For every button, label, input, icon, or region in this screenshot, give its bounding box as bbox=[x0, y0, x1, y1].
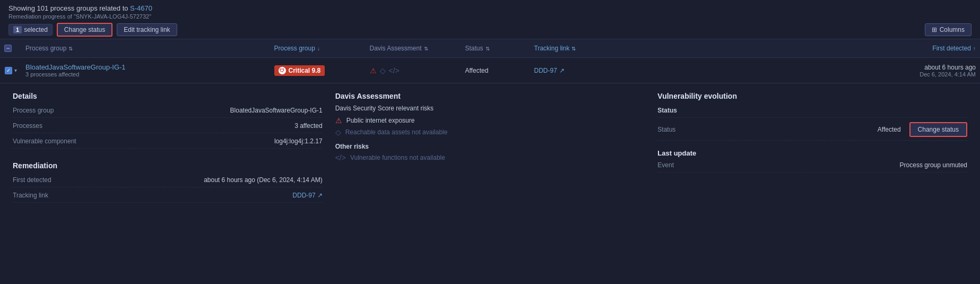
process-group-detail-label: Process group bbox=[13, 107, 98, 114]
first-detected-sort-icon: ↑ bbox=[973, 46, 976, 51]
processes-detail-value: 3 affected bbox=[98, 122, 323, 130]
col-spacer bbox=[636, 46, 885, 50]
davis-score-risks-label: Davis Security Score relevant risks bbox=[335, 105, 645, 112]
col-tracking-link[interactable]: Tracking link ⇅ bbox=[530, 42, 636, 54]
spacer-cell bbox=[636, 68, 885, 73]
columns-icon: ⊞ bbox=[932, 26, 937, 33]
tracking-link[interactable]: DDD-97 ↗ bbox=[534, 67, 632, 74]
event-label: Event bbox=[657, 161, 710, 169]
process-group-detail-row: Process group BloatedJavaSoftwareGroup-I… bbox=[13, 107, 323, 118]
col-davis-score[interactable]: Process group ↓ bbox=[270, 42, 366, 54]
col-status[interactable]: Status ⇅ bbox=[461, 42, 530, 54]
davis-assessment-section: Davis Assessment Davis Security Score re… bbox=[335, 92, 645, 207]
details-panel: Details Process group BloatedJavaSoftwar… bbox=[0, 83, 980, 216]
first-detected-cell: about 6 hours ago Dec 6, 2024, 4:14 AM bbox=[884, 62, 980, 80]
critical-badge: 🛡 Critical 9.8 bbox=[274, 65, 325, 76]
score-label: Critical 9.8 bbox=[289, 67, 321, 74]
page-title: Showing 101 process groups related to S-… bbox=[8, 4, 972, 12]
title-link[interactable]: S-4670 bbox=[130, 4, 152, 12]
remediation-tracking-link[interactable]: DDD-97 ↗ bbox=[292, 192, 322, 199]
davis-assessment-sort-icon: ⇅ bbox=[424, 46, 428, 51]
first-detected-date: Dec 6, 2024, 4:14 AM bbox=[889, 71, 976, 78]
row-select[interactable]: ✓ ▾ bbox=[0, 65, 21, 76]
columns-button[interactable]: ⊞ Columns bbox=[925, 23, 972, 36]
status-cell: Affected bbox=[461, 65, 530, 76]
process-group-sort-icon: ⇅ bbox=[68, 46, 73, 51]
col-checkbox[interactable]: − bbox=[0, 42, 21, 54]
selected-badge: 1 selected bbox=[8, 24, 53, 36]
toolbar: 1 selected Change status Edit tracking l… bbox=[8, 23, 972, 37]
assessment-icons: ⚠ ◇ </> bbox=[370, 66, 457, 75]
code-icon: </> bbox=[335, 153, 346, 162]
reachable-data-label: Reachable data assets not available bbox=[345, 128, 448, 136]
first-detected-ago: about 6 hours ago bbox=[889, 64, 976, 71]
page-subtitle: Remediation progress of "SNYK-JAVA-LOG4J… bbox=[8, 13, 972, 20]
status-value-row: Status Affected Change status bbox=[657, 122, 967, 141]
col-davis-assessment-label: Davis Assessment bbox=[370, 45, 422, 52]
columns-label: Columns bbox=[940, 26, 965, 33]
process-count: 3 processes affected bbox=[25, 71, 266, 78]
last-update-title: Last update bbox=[657, 149, 967, 157]
top-bar: Showing 101 process groups related to S-… bbox=[0, 0, 980, 39]
details-title: Details bbox=[13, 92, 323, 100]
vulnerability-evolution-section: Vulnerability evolution Status Status Af… bbox=[657, 92, 967, 207]
remediation-first-detected-row: First detected about 6 hours ago (Dec 6,… bbox=[13, 176, 323, 187]
tracking-link-label: DDD-97 bbox=[534, 67, 557, 74]
process-group-cell: BloatedJavaSoftwareGroup-IG-1 3 processe… bbox=[21, 61, 270, 80]
remediation-first-detected-label: First detected bbox=[13, 176, 98, 184]
expand-icon[interactable]: ▾ bbox=[14, 67, 17, 73]
vulnerable-functions-risk: </> Vulnerable functions not available bbox=[335, 153, 645, 162]
remediation-tracking-value: DDD-97 ↗ bbox=[98, 192, 323, 199]
public-internet-risk: ⚠ Public internet exposure bbox=[335, 116, 645, 125]
processes-detail-row: Processes 3 affected bbox=[13, 122, 323, 133]
reachable-data-risk: ◇ Reachable data assets not available bbox=[335, 128, 645, 136]
internet-exposure-icon: ⚠ bbox=[370, 66, 377, 75]
event-row: Event Process group unmuted bbox=[657, 161, 967, 173]
process-group-detail-value: BloatedJavaSoftwareGroup-IG-1 bbox=[98, 107, 323, 114]
selected-label: selected bbox=[24, 26, 48, 33]
remediation-sub-section: Remediation First detected about 6 hours… bbox=[13, 161, 323, 203]
title-prefix: Showing 101 process groups related to bbox=[8, 4, 130, 12]
vulnerable-component-detail-row: Vulnerable component log4j:log4j:1.2.17 bbox=[13, 137, 323, 149]
edit-tracking-button[interactable]: Edit tracking link bbox=[117, 23, 177, 36]
row-checkbox[interactable]: ✓ bbox=[5, 67, 12, 74]
critical-icon: 🛡 bbox=[279, 67, 286, 74]
processes-detail-label: Processes bbox=[13, 122, 98, 130]
col-first-detected[interactable]: First detected ↑ bbox=[884, 42, 980, 54]
reachable-data-icon: ◇ bbox=[380, 66, 386, 75]
select-all-icon: − bbox=[4, 45, 12, 52]
col-process-group[interactable]: Process group ⇅ bbox=[21, 42, 270, 54]
other-risks-title: Other risks bbox=[335, 143, 645, 150]
remediation-tracking-label: Tracking link bbox=[13, 192, 98, 199]
col-process-group-label: Process group bbox=[25, 45, 66, 52]
col-davis-assessment[interactable]: Davis Assessment ⇅ bbox=[366, 42, 461, 54]
vulnerable-component-value: log4j:log4j:1.2.17 bbox=[98, 137, 323, 145]
vulnerable-component-label: Vulnerable component bbox=[13, 137, 98, 145]
assessment-cell: ⚠ ◇ </> bbox=[366, 64, 461, 77]
change-status-button[interactable]: Change status bbox=[57, 23, 112, 37]
vulnerability-evolution-title: Vulnerability evolution bbox=[657, 92, 967, 100]
last-update-section: Last update Event Process group unmuted bbox=[657, 149, 967, 173]
tracking-sort-icon: ⇅ bbox=[571, 46, 576, 51]
table-header: − Process group ⇅ Process group ↓ Davis … bbox=[0, 39, 980, 58]
col-davis-score-label: Process group bbox=[274, 45, 315, 52]
vulnerable-functions-icon: </> bbox=[389, 66, 400, 75]
score-cell: 🛡 Critical 9.8 bbox=[270, 63, 366, 78]
table-row: ✓ ▾ BloatedJavaSoftwareGroup-IG-1 3 proc… bbox=[0, 58, 980, 83]
columns-area: ⊞ Columns bbox=[925, 23, 972, 36]
change-status-panel-button[interactable]: Change status bbox=[909, 122, 967, 137]
status-sort-icon: ⇅ bbox=[485, 46, 490, 51]
ext-link-icon: ↗ bbox=[317, 192, 323, 199]
public-internet-label: Public internet exposure bbox=[346, 117, 415, 124]
remediation-first-detected-value: about 6 hours ago (Dec 6, 2024, 4:14 AM) bbox=[98, 176, 323, 184]
remediation-tracking-row: Tracking link DDD-97 ↗ bbox=[13, 192, 323, 203]
col-first-detected-label: First detected bbox=[932, 45, 971, 52]
details-section: Details Process group BloatedJavaSoftwar… bbox=[13, 92, 323, 207]
diamond-icon: ◇ bbox=[335, 128, 341, 136]
external-link-icon: ↗ bbox=[559, 67, 565, 74]
col-tracking-link-label: Tracking link bbox=[534, 45, 570, 52]
process-group-link[interactable]: BloatedJavaSoftwareGroup-IG-1 bbox=[25, 63, 126, 71]
col-status-label: Status bbox=[465, 45, 483, 52]
remediation-title: Remediation bbox=[13, 161, 323, 170]
status-row-label: Status bbox=[657, 126, 710, 133]
